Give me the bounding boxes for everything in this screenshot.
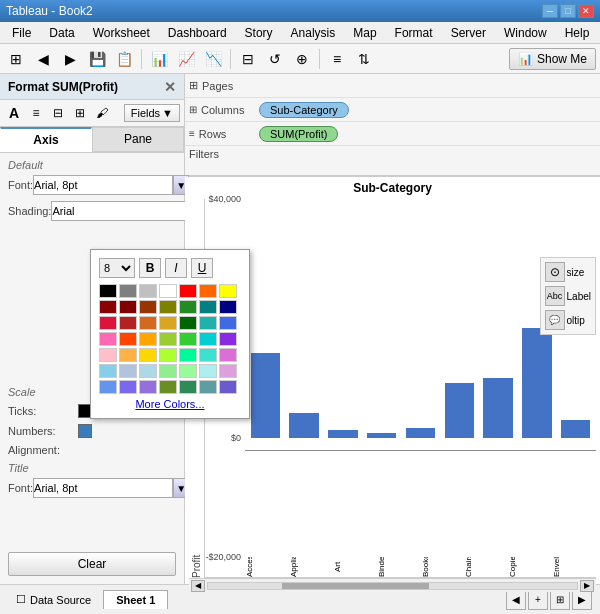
color-swatch[interactable] — [219, 284, 237, 298]
color-swatch[interactable] — [139, 316, 157, 330]
color-swatch[interactable] — [99, 348, 117, 362]
toolbar-sort-icon[interactable]: ≡ — [325, 47, 349, 71]
color-swatch[interactable] — [99, 316, 117, 330]
color-swatch[interactable] — [99, 380, 117, 394]
bar[interactable] — [289, 413, 318, 438]
status-scroll-left-icon[interactable]: ◀ — [506, 590, 526, 610]
toolbar-sort2-icon[interactable]: ⇅ — [352, 47, 376, 71]
toolbar-chart-icon[interactable]: 📊 — [147, 47, 171, 71]
color-swatch[interactable] — [199, 364, 217, 378]
bar[interactable] — [406, 428, 435, 438]
color-swatch[interactable] — [159, 300, 177, 314]
menu-server[interactable]: Server — [443, 24, 494, 42]
color-swatch[interactable] — [199, 380, 217, 394]
menu-window[interactable]: Window — [496, 24, 555, 42]
bar[interactable] — [522, 328, 551, 438]
color-swatch[interactable] — [159, 332, 177, 346]
color-swatch[interactable] — [159, 348, 177, 362]
color-swatch[interactable] — [139, 348, 157, 362]
bar[interactable] — [367, 433, 396, 438]
marks-label-icon[interactable]: Abc — [545, 286, 565, 306]
color-swatch[interactable] — [199, 284, 217, 298]
color-swatch[interactable] — [119, 332, 137, 346]
color-swatch[interactable] — [139, 284, 157, 298]
color-swatch[interactable] — [179, 284, 197, 298]
shading-input[interactable] — [51, 201, 191, 221]
status-scroll-right-icon[interactable]: ▶ — [572, 590, 592, 610]
color-swatch[interactable] — [119, 364, 137, 378]
toolbar-grid-icon[interactable]: ⊞ — [4, 47, 28, 71]
border-icon[interactable]: ⊞ — [70, 103, 90, 123]
color-swatch[interactable] — [219, 364, 237, 378]
paint-icon[interactable]: 🖌 — [92, 103, 112, 123]
menu-dashboard[interactable]: Dashboard — [160, 24, 235, 42]
font-size-select[interactable]: 89101112 — [99, 258, 135, 278]
tab-pane[interactable]: Pane — [92, 127, 184, 152]
toolbar-filter-icon[interactable]: ⊟ — [236, 47, 260, 71]
menu-format[interactable]: Format — [387, 24, 441, 42]
menu-story[interactable]: Story — [237, 24, 281, 42]
color-swatch[interactable] — [219, 300, 237, 314]
color-swatch[interactable] — [219, 380, 237, 394]
toolbar-forward-icon[interactable]: ▶ — [58, 47, 82, 71]
color-swatch[interactable] — [159, 380, 177, 394]
color-swatch[interactable] — [119, 348, 137, 362]
numbers-color-swatch[interactable] — [78, 424, 92, 438]
toolbar-duplicate-icon[interactable]: 📋 — [112, 47, 136, 71]
toolbar-back-icon[interactable]: ◀ — [31, 47, 55, 71]
color-swatch[interactable] — [219, 316, 237, 330]
color-swatch[interactable] — [219, 348, 237, 362]
color-swatch[interactable] — [179, 300, 197, 314]
menu-map[interactable]: Map — [345, 24, 384, 42]
color-swatch[interactable] — [99, 300, 117, 314]
format-close-button[interactable]: ✕ — [164, 79, 176, 95]
toolbar-auto-icon[interactable]: ⊕ — [290, 47, 314, 71]
font-style-icon[interactable]: A — [4, 103, 24, 123]
color-swatch[interactable] — [219, 332, 237, 346]
columns-pill[interactable]: Sub-Category — [259, 102, 349, 118]
status-new-sheet-icon[interactable]: + — [528, 590, 548, 610]
minimize-button[interactable]: ─ — [542, 4, 558, 18]
color-swatch[interactable] — [159, 364, 177, 378]
color-swatch[interactable] — [99, 364, 117, 378]
bar[interactable] — [561, 420, 590, 438]
toolbar-chart2-icon[interactable]: 📈 — [174, 47, 198, 71]
align-left-icon[interactable]: ≡ — [26, 103, 46, 123]
color-swatch[interactable] — [199, 332, 217, 346]
more-colors-button[interactable]: More Colors... — [99, 398, 241, 410]
align-center-icon[interactable]: ⊟ — [48, 103, 68, 123]
color-swatch[interactable] — [199, 316, 217, 330]
color-swatch[interactable] — [179, 364, 197, 378]
menu-file[interactable]: File — [4, 24, 39, 42]
show-me-button[interactable]: 📊 Show Me — [509, 48, 596, 70]
data-source-tab[interactable]: ☐ Data Source — [8, 590, 99, 609]
color-swatch[interactable] — [119, 380, 137, 394]
bar[interactable] — [445, 383, 474, 438]
color-swatch[interactable] — [119, 300, 137, 314]
underline-button[interactable]: U — [191, 258, 213, 278]
toolbar-chart3-icon[interactable]: 📉 — [201, 47, 225, 71]
menu-help[interactable]: Help — [557, 24, 598, 42]
color-swatch[interactable] — [139, 380, 157, 394]
color-swatch[interactable] — [159, 284, 177, 298]
color-swatch[interactable] — [99, 332, 117, 346]
marks-tooltip-icon[interactable]: 💬 — [545, 310, 565, 330]
tab-axis[interactable]: Axis — [0, 127, 92, 152]
color-swatch[interactable] — [139, 364, 157, 378]
color-swatch[interactable] — [139, 300, 157, 314]
italic-button[interactable]: I — [165, 258, 187, 278]
status-duplicate-icon[interactable]: ⊞ — [550, 590, 570, 610]
color-swatch[interactable] — [139, 332, 157, 346]
scroll-thumb[interactable] — [282, 583, 430, 589]
maximize-button[interactable]: □ — [560, 4, 576, 18]
toolbar-refresh-icon[interactable]: ↺ — [263, 47, 287, 71]
color-swatch[interactable] — [119, 284, 137, 298]
color-swatch[interactable] — [179, 332, 197, 346]
title-font-input[interactable] — [33, 478, 173, 498]
color-swatch[interactable] — [179, 380, 197, 394]
marks-size-icon[interactable]: ⊙ — [545, 262, 565, 282]
color-swatch[interactable] — [179, 348, 197, 362]
scroll-right-button[interactable]: ▶ — [580, 580, 594, 592]
rows-pill[interactable]: SUM(Profit) — [259, 126, 338, 142]
bar[interactable] — [251, 353, 280, 438]
